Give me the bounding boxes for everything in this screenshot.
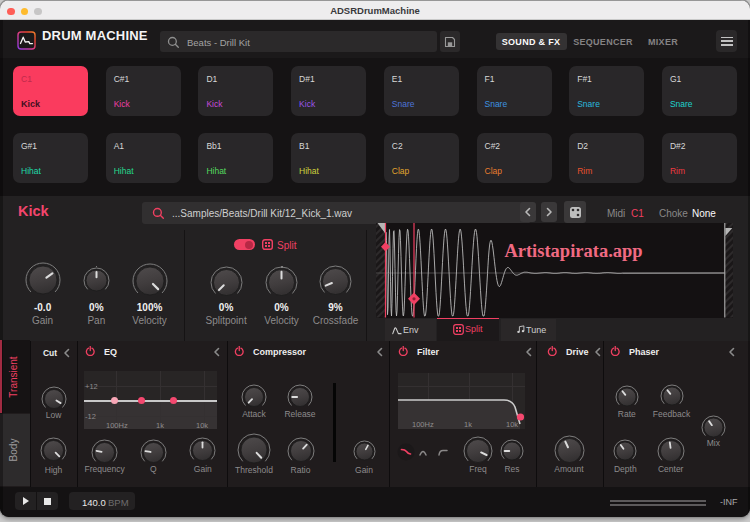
svg-text:100Hz: 100Hz <box>412 420 434 429</box>
svg-text:1k: 1k <box>464 420 472 429</box>
svg-text:10k: 10k <box>506 420 518 429</box>
svg-text:Artistapirata.app: Artistapirata.app <box>504 241 642 261</box>
